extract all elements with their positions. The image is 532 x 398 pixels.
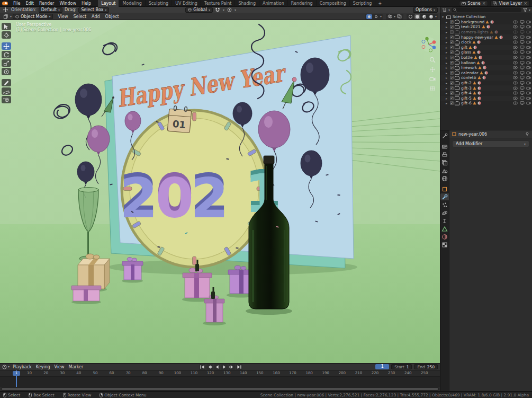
workspace-tab[interactable]: Rendering <box>288 0 317 7</box>
disable-viewports-monitor-icon[interactable] <box>520 20 525 24</box>
disclosure-icon[interactable]: ▸ <box>446 40 449 44</box>
3d-scene[interactable]: Happy New Year 2 0 2 2 0 2 1 1 01 <box>0 20 440 363</box>
hide-viewport-eye-icon[interactable] <box>513 76 518 79</box>
outliner-item[interactable]: ▸ ✓ firework <box>440 65 532 70</box>
editor-type-chevron[interactable]: ▾ <box>10 15 12 18</box>
3d-viewport[interactable]: Happy New Year 2 0 2 2 0 2 1 1 01 <box>0 20 440 363</box>
frame-start-field[interactable]: Start1 <box>391 364 412 369</box>
outliner-item[interactable]: ▸ ✓ background <box>440 20 532 25</box>
shading-solid-icon[interactable] <box>414 14 420 19</box>
timeline-scrollbar-thumb[interactable] <box>2 388 438 390</box>
disable-render-camera-icon[interactable] <box>526 36 531 39</box>
timeline-editor-icon[interactable] <box>2 365 7 369</box>
tool-transform[interactable] <box>2 68 11 75</box>
tab-output[interactable] <box>440 151 449 158</box>
collection-checkbox[interactable]: ✓ <box>450 40 454 44</box>
previous-keyframe-button[interactable] <box>206 364 213 370</box>
disclosure-icon[interactable]: ▸ <box>446 20 449 24</box>
disable-render-camera-icon[interactable] <box>526 66 531 69</box>
disable-viewports-monitor-icon[interactable] <box>520 46 525 49</box>
disable-render-camera-icon[interactable] <box>526 96 531 100</box>
shading-rendered-icon[interactable] <box>428 14 434 19</box>
hide-viewport-eye-icon[interactable] <box>513 46 518 49</box>
disable-viewports-monitor-icon[interactable] <box>520 91 525 95</box>
disclosure-icon[interactable]: ▸ <box>446 25 449 29</box>
disable-viewports-monitor-icon[interactable] <box>520 66 525 69</box>
outliner-item[interactable]: ▸ ✓ glass <box>440 50 532 55</box>
view-layer-selector[interactable]: View Layer × <box>490 1 530 6</box>
outliner-item[interactable]: ▸ ✓ bottle <box>440 55 532 60</box>
tool-add-cube[interactable] <box>2 96 11 103</box>
tab-scene[interactable] <box>440 167 449 174</box>
disable-render-camera-icon[interactable] <box>526 20 531 24</box>
disclosure-icon[interactable]: ▸ <box>446 101 449 105</box>
menubar-menu[interactable]: Window <box>57 0 79 7</box>
shading-chevron[interactable]: ▾ <box>435 15 437 18</box>
disable-viewports-monitor-icon[interactable] <box>520 86 525 90</box>
scene-selector[interactable]: Scene × <box>459 1 488 6</box>
collection-checkbox[interactable]: ✓ <box>450 96 454 100</box>
tool-measure[interactable] <box>2 87 11 95</box>
show-object-types-icon[interactable] <box>366 14 372 19</box>
disable-viewports-monitor-icon[interactable] <box>520 101 525 105</box>
outliner-item[interactable]: ▸ ✓ gift-6 <box>440 101 532 106</box>
play-button[interactable] <box>221 364 228 370</box>
collection-checkbox[interactable]: ✓ <box>450 56 454 59</box>
disable-render-camera-icon[interactable] <box>526 25 531 29</box>
outliner-item[interactable]: ▸ ✓ gift-2 <box>440 81 532 86</box>
timeline-menu[interactable]: Marker <box>67 365 86 369</box>
scene-collection-row[interactable]: ▾ Scene Collection <box>440 14 532 20</box>
disable-viewports-monitor-icon[interactable] <box>520 25 525 29</box>
menubar-menu[interactable]: Render <box>37 0 57 7</box>
add-modifier-button[interactable]: Add Modifier ▾ <box>452 140 529 147</box>
disable-viewports-monitor-icon[interactable] <box>520 96 525 100</box>
filter-funnel-icon[interactable] <box>523 8 527 12</box>
viewport-menu[interactable]: View <box>55 13 70 20</box>
snap-magnet-icon[interactable] <box>214 7 221 13</box>
tab-material[interactable] <box>440 233 449 240</box>
outliner-search-input[interactable] <box>452 7 521 12</box>
transform-orientation-dropdown[interactable]: Global▾ <box>185 7 213 13</box>
workspace-tab[interactable]: Texture Paint <box>201 0 236 7</box>
disable-viewports-monitor-icon[interactable] <box>520 40 525 44</box>
disclosure-icon[interactable]: ▸ <box>446 86 449 90</box>
orientation-dropdown[interactable]: Default▾ <box>39 7 62 13</box>
unlink-scene-icon[interactable]: × <box>482 1 486 6</box>
viewport-menu[interactable]: Add <box>89 13 103 20</box>
collection-checkbox[interactable]: ✓ <box>450 101 454 105</box>
viewport-menu[interactable]: Object <box>103 13 122 20</box>
disable-render-camera-icon[interactable] <box>526 46 531 49</box>
tab-physics[interactable] <box>440 209 449 216</box>
collection-checkbox[interactable]: ✓ <box>450 50 454 54</box>
disable-render-camera-icon[interactable] <box>526 30 531 34</box>
workspace-tab[interactable]: UV Editing <box>172 0 201 7</box>
disclosure-icon[interactable]: ▸ <box>446 61 449 65</box>
workspace-tab[interactable]: Compositing <box>317 0 350 7</box>
collection-checkbox[interactable]: ✓ <box>450 61 454 65</box>
workspace-tab[interactable]: Scripting <box>350 0 376 7</box>
proportional-options-chevron[interactable]: ▾ <box>235 8 236 12</box>
timeline-ruler[interactable]: 1020304050607080901001101201301401501601… <box>0 370 440 377</box>
tab-render[interactable] <box>440 143 449 150</box>
overlays-toggle-icon[interactable] <box>387 14 393 19</box>
move-view-icon[interactable] <box>428 66 436 73</box>
timeline-menu[interactable]: View <box>52 365 67 369</box>
viewport-menu[interactable]: Select <box>70 13 89 20</box>
hide-viewport-eye-icon[interactable] <box>513 81 518 85</box>
outliner-item[interactable]: ▸ ✓ gift-4 <box>440 91 532 96</box>
collection-checkbox[interactable]: ✓ <box>450 71 454 75</box>
hide-viewport-eye-icon[interactable] <box>513 56 518 59</box>
timeline-menu[interactable]: Keying <box>34 365 52 369</box>
tab-tool[interactable] <box>440 132 449 139</box>
toggle-ortho-icon[interactable] <box>428 85 436 92</box>
tab-modifiers[interactable] <box>440 193 449 200</box>
hide-viewport-eye-icon[interactable] <box>513 30 518 34</box>
collection-checkbox[interactable]: ✓ <box>450 46 454 49</box>
disable-viewports-monitor-icon[interactable] <box>520 30 525 34</box>
play-reverse-button[interactable] <box>214 364 220 370</box>
disable-viewports-monitor-icon[interactable] <box>520 81 525 85</box>
disable-render-camera-icon[interactable] <box>526 91 531 95</box>
disclosure-icon[interactable]: ▸ <box>446 36 449 39</box>
camera-view-icon[interactable] <box>428 75 436 82</box>
shading-wireframe-icon[interactable] <box>408 14 413 19</box>
